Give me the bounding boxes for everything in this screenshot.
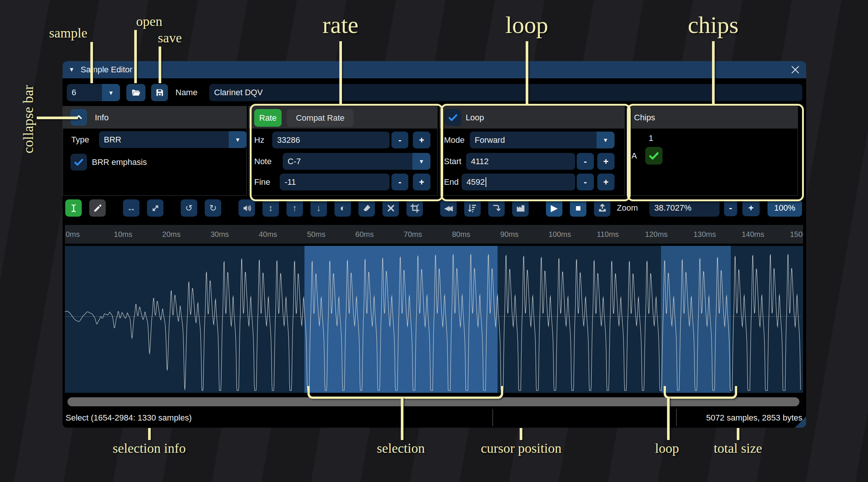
- sample-number-dropdown[interactable]: 6 ▼: [67, 84, 120, 101]
- callout-stem-selection: [401, 397, 403, 440]
- annotation-chips: chips: [688, 11, 738, 39]
- insert-button[interactable]: [488, 199, 505, 217]
- delete-button[interactable]: [382, 199, 399, 217]
- callout-line-cursor-position: [520, 428, 522, 440]
- callout-line-sample: [90, 42, 93, 83]
- arrow-down-icon: ↓: [316, 203, 321, 213]
- ruler-tick: 70ms: [404, 225, 422, 244]
- fade-out-button[interactable]: ↓: [310, 199, 327, 217]
- sample-row: 6 ▼ Name Clarinet DQV: [63, 84, 806, 101]
- status-bar: Select (1654-2984: 1330 samples) 5072 sa…: [63, 408, 806, 428]
- stop-icon: ■: [576, 203, 581, 213]
- play-icon: ▶: [551, 203, 558, 213]
- annotation-selection-info: selection info: [113, 440, 186, 456]
- callout-line-selection-info: [148, 428, 151, 440]
- zoom-out-button[interactable]: -: [724, 199, 737, 216]
- ruler-tick: 90ms: [500, 225, 519, 244]
- preview-play-button[interactable]: ▶: [546, 199, 562, 217]
- annotation-save: save: [158, 30, 182, 46]
- zoom-input[interactable]: 38.7027%: [649, 199, 720, 217]
- open-folder-icon: [131, 87, 141, 98]
- backward-icon: ◀◀: [444, 204, 453, 213]
- resize-button[interactable]: ↔: [123, 199, 139, 217]
- zoom-in-button[interactable]: +: [742, 199, 760, 216]
- ruler-tick: 150ms: [790, 225, 803, 244]
- zoom-reset-button[interactable]: 100%: [768, 199, 802, 217]
- industry-icon: [516, 203, 526, 213]
- callout-line-save: [159, 46, 161, 83]
- annotation-collapse-bar: collapse bar: [20, 85, 36, 154]
- annotation-open: open: [136, 13, 162, 29]
- open-sample-button[interactable]: [126, 84, 145, 101]
- annotation-selection: selection: [377, 440, 425, 456]
- window-titlebar[interactable]: ▼ Sample Editor: [63, 61, 806, 78]
- undo-icon: ↺: [185, 203, 193, 213]
- sample-toolbar: ↔↺↻↕↑↓◐◀◀▶■: [65, 199, 610, 217]
- normalize-button[interactable]: ↕: [262, 199, 279, 217]
- waveform-canvas[interactable]: [65, 246, 803, 393]
- screenshot-stage: ▼ Sample Editor 6 ▼: [0, 0, 868, 482]
- waveform-area[interactable]: [65, 246, 803, 393]
- info-panel: Info Type BRR ▼ BRR emphasis: [63, 106, 247, 196]
- edit-tool-button[interactable]: [89, 199, 106, 217]
- eraser-icon: [362, 203, 372, 213]
- info-panel-header: Info: [63, 106, 246, 129]
- selection-info-text: Select (1654-2984: 1330 samples): [66, 408, 192, 428]
- redo-button[interactable]: ↻: [205, 199, 221, 217]
- invert-button[interactable]: ◐: [334, 199, 351, 217]
- arrows-vertical-icon: ↕: [268, 203, 273, 213]
- bracket-loop: [664, 386, 737, 399]
- callout-line-collapse-bar: [37, 117, 78, 119]
- type-value: BRR: [99, 131, 229, 148]
- save-sample-button[interactable]: [151, 84, 168, 101]
- chevron-down-icon: ▼: [102, 84, 120, 101]
- window-collapse-icon[interactable]: ▼: [69, 61, 75, 78]
- name-label: Name: [175, 84, 198, 101]
- filter-button[interactable]: [512, 199, 529, 217]
- annotation-rate: rate: [322, 11, 358, 39]
- ruler-tick: 140ms: [742, 225, 764, 244]
- ruler-tick: 80ms: [452, 225, 470, 244]
- type-dropdown[interactable]: BRR ▼: [99, 131, 247, 148]
- zoom-label: Zoom: [617, 199, 638, 217]
- info-panel-title: Info: [95, 106, 109, 129]
- close-icon[interactable]: [787, 61, 804, 78]
- ruler-tick: 10ms: [114, 225, 132, 244]
- annotation-sample: sample: [49, 25, 87, 41]
- trim-button[interactable]: [406, 199, 423, 217]
- ruler-tick: 50ms: [307, 225, 325, 244]
- amplify-button[interactable]: [238, 199, 255, 217]
- arrows-diagonal-icon: [150, 203, 160, 213]
- time-ruler[interactable]: 0ms10ms20ms30ms40ms50ms60ms70ms80ms90ms1…: [65, 225, 803, 244]
- annotation-loop-marker: loop: [655, 440, 679, 456]
- fade-in-button[interactable]: ↑: [286, 199, 303, 217]
- brr-emphasis-checkbox[interactable]: [70, 154, 87, 171]
- window-title: Sample Editor: [81, 61, 132, 78]
- arrow-turn-down-icon: [492, 203, 502, 213]
- times-icon: [386, 203, 396, 213]
- silence-button[interactable]: [358, 199, 375, 217]
- callout-line-loop: [526, 41, 528, 104]
- upload-icon: [597, 203, 607, 213]
- ruler-tick: 120ms: [645, 225, 668, 244]
- ruler-tick: 20ms: [162, 225, 181, 244]
- undo-button[interactable]: ↺: [181, 199, 197, 217]
- annotation-cursor-position: cursor position: [481, 440, 562, 456]
- reverse-button[interactable]: ◀◀: [440, 199, 457, 217]
- arrows-horizontal-icon: ↔: [127, 203, 136, 213]
- select-tool-button[interactable]: [65, 199, 82, 217]
- ruler-tick: 100ms: [549, 225, 571, 244]
- copy-to-wavetable-button[interactable]: [594, 199, 610, 217]
- check-icon: [73, 157, 84, 168]
- resample-button[interactable]: [147, 199, 163, 217]
- callout-stem-loop: [667, 397, 670, 440]
- redo-icon: ↻: [209, 203, 217, 213]
- highlight-box-rate: [250, 104, 443, 201]
- status-separator: [676, 409, 677, 426]
- preview-stop-button[interactable]: ■: [570, 199, 586, 217]
- callout-line-rate: [339, 41, 342, 104]
- downsample-button[interactable]: [464, 199, 481, 217]
- save-icon: [155, 88, 165, 97]
- chevron-down-icon: ▼: [229, 131, 247, 148]
- ruler-tick: 0ms: [66, 225, 80, 244]
